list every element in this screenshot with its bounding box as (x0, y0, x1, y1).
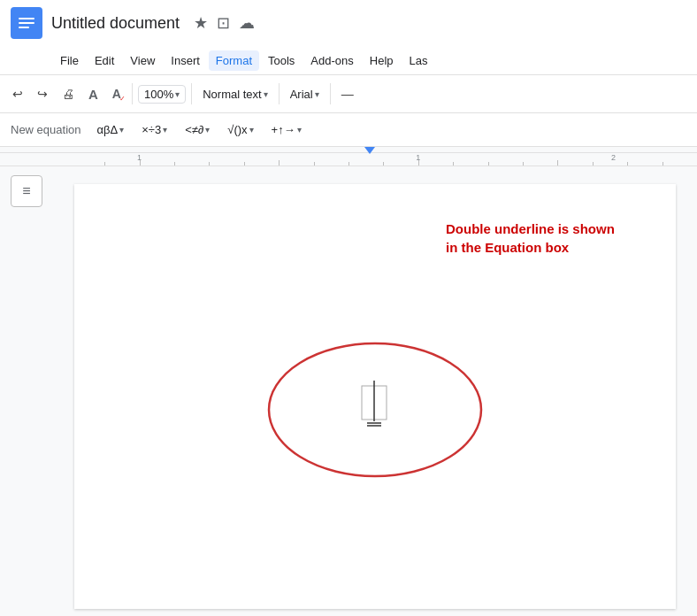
eq-relations-button[interactable]: <≠∂ ▾ (180, 121, 215, 138)
eq-relations-chevron: ▾ (205, 125, 210, 135)
ruler-label-2: 1 (416, 153, 420, 162)
app-icon (11, 7, 42, 39)
ruler-tick (453, 162, 454, 166)
ruler-tick (663, 162, 663, 166)
style-select[interactable]: Normal text ▾ (197, 86, 272, 103)
toolbar-separator-2 (191, 83, 192, 104)
eq-greek-label: αβΔ (97, 123, 119, 136)
menu-format[interactable]: Format (209, 50, 259, 71)
menu-view[interactable]: View (123, 50, 162, 71)
eq-ops-button[interactable]: ×÷3 ▾ (136, 121, 172, 138)
eq-arrows-label: +↑→ (272, 123, 295, 136)
eq-misc-chevron: ▾ (249, 125, 254, 135)
app-icon-line-2 (19, 22, 34, 24)
ruler-tick (314, 162, 315, 166)
undo-button[interactable]: ↩ (7, 83, 28, 104)
ruler-tick (209, 162, 210, 166)
cloud-icon[interactable]: ☁ (239, 13, 255, 33)
app-icon-line-1 (19, 18, 34, 19)
left-sidebar: ≡ (0, 166, 53, 616)
zoom-select[interactable]: 100% ▾ (138, 85, 186, 104)
eq-misc-button[interactable]: √()x ▾ (222, 121, 258, 138)
style-chevron: ▾ (264, 89, 268, 99)
title-icons: ★ ⊡ ☁ (194, 13, 255, 33)
ruler-tick (279, 160, 280, 166)
new-equation-label: New equation (11, 123, 81, 136)
toolbar: ↩ ↪ 🖨 A A ✓ 100% ▾ Normal text ▾ Arial ▾… (0, 74, 697, 113)
app-icon-line-3 (19, 27, 29, 28)
eq-relations-label: <≠∂ (185, 123, 203, 136)
app-icon-lines (14, 12, 39, 34)
ruler-label-3: 2 (611, 153, 616, 162)
menu-addons[interactable]: Add-ons (303, 50, 360, 71)
ruler-label-1: 1 (137, 153, 142, 162)
zoom-chevron: ▾ (175, 89, 180, 99)
table-icon: ≡ (22, 183, 30, 199)
ruler-tick (593, 162, 594, 166)
menu-last[interactable]: Las (402, 50, 435, 71)
ruler: 1 1 2 (0, 147, 697, 166)
ruler-tick (523, 162, 524, 166)
menu-insert[interactable]: Insert (164, 50, 207, 71)
zoom-value: 100% (144, 88, 173, 101)
ruler-tick (488, 162, 489, 166)
ruler-blue-marker[interactable] (364, 147, 375, 154)
eq-ops-label: ×÷3 (142, 123, 161, 136)
eq-greek-chevron: ▾ (119, 125, 124, 135)
style-value: Normal text (203, 88, 261, 101)
menu-file[interactable]: File (53, 50, 86, 71)
content-area: ≡ Double underline is shown in the Equat… (0, 166, 697, 616)
ruler-tick (174, 162, 175, 166)
document-page: Double underline is shown in the Equatio… (74, 184, 676, 609)
paint-format-button[interactable]: A (83, 83, 103, 105)
eq-greek-button[interactable]: αβΔ ▾ (92, 121, 130, 138)
folder-icon[interactable]: ⊡ (217, 13, 230, 33)
ruler-track: 1 1 2 (0, 147, 697, 166)
title-bar: Untitled document ★ ⊡ ☁ (0, 0, 697, 46)
star-icon[interactable]: ★ (194, 13, 208, 33)
menu-help[interactable]: Help (363, 50, 401, 71)
eq-ops-chevron: ▾ (163, 125, 167, 135)
eq-arrows-chevron: ▾ (297, 125, 302, 135)
toolbar-separator-3 (279, 83, 280, 104)
ruler-tick (627, 162, 628, 166)
oval-svg (260, 335, 490, 485)
table-of-contents-icon[interactable]: ≡ (11, 175, 42, 207)
format-clear-button[interactable]: A ✓ (107, 83, 126, 104)
document-title: Untitled document (51, 14, 180, 33)
ruler-tick (557, 160, 558, 166)
redo-button[interactable]: ↪ (32, 83, 53, 104)
menu-bar: File Edit View Insert Format Tools Add-o… (0, 46, 697, 74)
annotation-text: Double underline is shown in the Equatio… (446, 219, 623, 257)
font-value: Arial (290, 88, 313, 101)
font-select[interactable]: Arial ▾ (285, 86, 325, 103)
toolbar-separator-1 (132, 83, 133, 104)
ruler-tick (348, 162, 349, 166)
ruler-tick (244, 162, 245, 166)
ruler-tick (383, 162, 384, 166)
page-area: Double underline is shown in the Equatio… (53, 166, 697, 616)
equation-toolbar: New equation αβΔ ▾ ×÷3 ▾ <≠∂ ▾ √()x ▾ +↑… (0, 113, 697, 147)
font-chevron: ▾ (315, 89, 319, 99)
print-button[interactable]: 🖨 (57, 83, 80, 104)
eq-misc-label: √()x (227, 123, 247, 136)
eq-arrows-button[interactable]: +↑→ ▾ (266, 121, 307, 138)
ruler-tick (104, 162, 105, 166)
menu-edit[interactable]: Edit (88, 50, 121, 71)
oval-annotation-container (260, 335, 490, 489)
dash-button[interactable]: — (336, 83, 359, 104)
menu-tools[interactable]: Tools (261, 50, 302, 71)
toolbar-separator-4 (330, 83, 331, 104)
